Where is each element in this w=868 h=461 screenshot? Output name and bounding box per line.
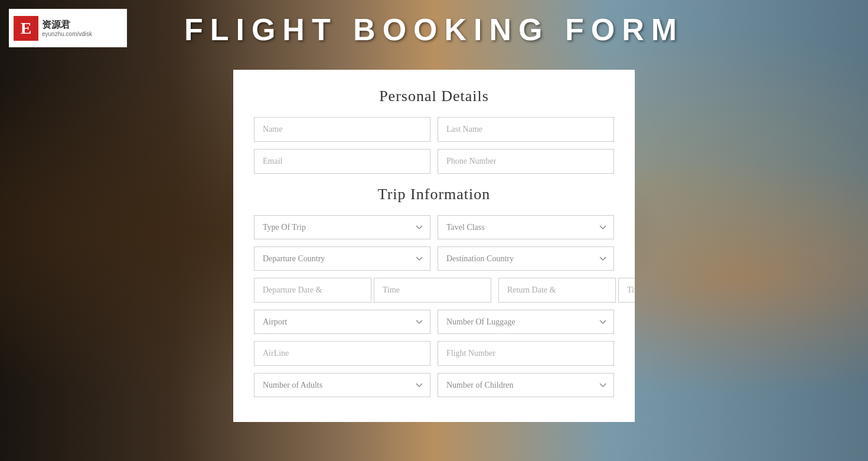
airport-select[interactable]: Airport: [254, 310, 430, 334]
departure-date-group: [254, 278, 491, 303]
departure-country-select[interactable]: Departure Country: [254, 246, 430, 271]
name-row: [254, 117, 614, 142]
form-container: Personal Details Trip Information Type O…: [233, 70, 635, 422]
airline-input[interactable]: [254, 341, 430, 366]
contact-row: [254, 149, 614, 174]
travel-class-select[interactable]: Tavel Class Economy Business First Class: [438, 215, 614, 239]
trip-type-row: Type Of Trip One Way Round Trip Multi Ci…: [254, 215, 614, 239]
number-of-children-select[interactable]: Number of Children 0 1 2 3 4+: [438, 373, 614, 397]
departure-time-input[interactable]: [374, 278, 491, 303]
trip-information-title: Trip Information: [254, 186, 614, 203]
airline-flight-row: [254, 341, 614, 366]
return-date-group: [498, 278, 635, 303]
date-row: [254, 278, 614, 303]
return-time-input[interactable]: [618, 278, 635, 303]
flight-number-input[interactable]: [438, 341, 614, 366]
destination-country-select[interactable]: Destination Country: [438, 246, 614, 271]
country-row: Departure Country Destination Country: [254, 246, 614, 271]
number-of-luggage-select[interactable]: Number Of Luggage 1 2 3 4+: [438, 310, 614, 334]
last-name-input[interactable]: [438, 117, 614, 142]
departure-date-input[interactable]: [254, 278, 371, 303]
number-of-adults-select[interactable]: Number of Adults 1 2 3 4 5+: [254, 373, 430, 397]
phone-input[interactable]: [438, 149, 614, 174]
type-of-trip-select[interactable]: Type Of Trip One Way Round Trip Multi Ci…: [254, 215, 430, 239]
email-input[interactable]: [254, 149, 430, 174]
return-date-input[interactable]: [498, 278, 616, 303]
passengers-row: Number of Adults 1 2 3 4 5+ Number of Ch…: [254, 373, 614, 397]
name-input[interactable]: [254, 117, 430, 142]
personal-details-title: Personal Details: [254, 87, 614, 105]
page-title: FLIGHT BOOKING FORM: [0, 12, 868, 47]
airport-luggage-row: Airport Number Of Luggage 1 2 3 4+: [254, 310, 614, 334]
